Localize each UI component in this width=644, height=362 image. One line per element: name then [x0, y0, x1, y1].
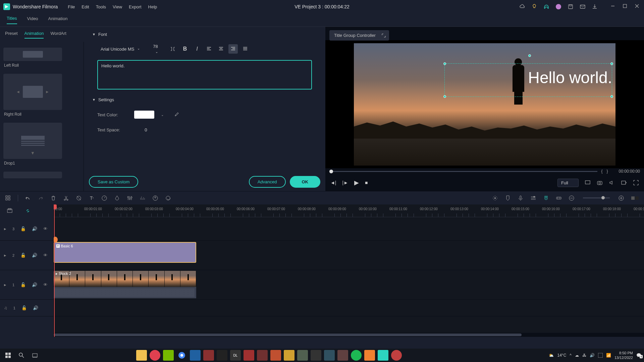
tray-onedrive-icon[interactable]: ☁ — [575, 353, 579, 358]
layout-icon[interactable] — [5, 195, 11, 201]
tray-volume-icon[interactable]: 🔊 — [590, 353, 595, 358]
volume-icon[interactable] — [609, 180, 615, 186]
menu-help[interactable]: Help — [148, 4, 157, 9]
track-a1[interactable] — [54, 300, 644, 316]
taskbar-app9[interactable] — [244, 350, 254, 361]
taskview-button[interactable] — [30, 350, 40, 361]
lock-icon[interactable]: 🔓 — [20, 226, 26, 231]
text-color-swatch[interactable] — [134, 111, 154, 119]
taskbar-app12[interactable] — [284, 350, 294, 361]
scrub-handle[interactable] — [329, 170, 333, 173]
playhead[interactable] — [54, 204, 55, 337]
title-group-controller[interactable]: Title Group Controller — [329, 30, 389, 41]
audio-icon[interactable] — [140, 195, 146, 201]
anim-item-drop1[interactable]: ▼ Drop1 — [3, 123, 80, 168]
download-icon[interactable] — [592, 4, 598, 10]
weather-temp[interactable]: 14°C — [557, 353, 566, 358]
title-clip[interactable]: TBasic 6 — [54, 242, 196, 263]
track-v2[interactable]: TBasic 6 — [54, 241, 644, 270]
taskbar-app13[interactable] — [297, 350, 308, 361]
preview-title-text[interactable]: Hello world. — [528, 68, 612, 87]
expand-icon[interactable] — [382, 34, 386, 38]
zoom-in-icon[interactable] — [618, 195, 624, 201]
tracks-manage-icon[interactable] — [7, 208, 13, 214]
mute-icon[interactable]: 🔊 — [33, 305, 38, 310]
track-header-a1[interactable]: ♫1 🔓 🔊 — [0, 300, 53, 316]
link-tracks-icon[interactable] — [25, 208, 31, 214]
menu-view[interactable]: View — [113, 4, 122, 9]
text-space-input[interactable] — [134, 125, 158, 134]
delete-icon[interactable] — [50, 195, 56, 201]
lock-icon[interactable]: 🔓 — [20, 282, 26, 287]
timeline-scrollbar[interactable] — [54, 333, 644, 337]
split-icon[interactable] — [63, 195, 69, 201]
tray-network-icon[interactable]: 🖧 — [582, 353, 586, 358]
anim-item-left-roll[interactable]: Left Roll — [3, 48, 80, 70]
taskbar-chrome[interactable] — [176, 350, 187, 361]
stop-button[interactable]: ■ — [365, 180, 368, 185]
zoom-fit-icon[interactable] — [631, 195, 639, 201]
zoom-out-icon[interactable] — [569, 195, 575, 201]
taskbar-app11[interactable] — [270, 350, 281, 361]
mute-icon[interactable]: 🔊 — [32, 253, 37, 258]
font-size-select[interactable]: 78 ⌄ — [145, 42, 165, 56]
italic-button[interactable]: I — [192, 44, 202, 54]
taskbar-app6[interactable] — [203, 350, 214, 361]
lightbulb-icon[interactable] — [531, 4, 537, 10]
preview-canvas[interactable]: Hello world. — [325, 40, 644, 168]
zoom-slider[interactable] — [583, 197, 610, 198]
chevron-down-icon[interactable]: ⌄ — [161, 113, 164, 117]
tab-titles[interactable]: Titles — [7, 16, 17, 24]
tray-chevron-icon[interactable]: ^ — [570, 353, 572, 358]
title-text-input[interactable] — [97, 60, 312, 89]
track-v1[interactable]: ▸ Stock 2 — [54, 270, 644, 300]
cloud-icon[interactable] — [519, 4, 525, 10]
visibility-icon[interactable]: 👁 — [43, 282, 48, 287]
mark-out-button[interactable]: } — [607, 169, 608, 174]
track-header-v3[interactable]: ▸3 🔓 🔊 👁 — [0, 217, 53, 241]
taskbar-app15[interactable] — [324, 350, 335, 361]
headphones-icon[interactable] — [543, 4, 549, 10]
font-section-header[interactable]: ▼ Font — [92, 32, 317, 37]
mail-icon[interactable] — [580, 4, 586, 10]
magnet-icon[interactable] — [543, 195, 549, 201]
taskbar-spotify[interactable] — [351, 350, 362, 361]
taskbar-vlc[interactable] — [364, 350, 375, 361]
search-button[interactable] — [16, 350, 27, 361]
align-center-button[interactable] — [216, 44, 226, 54]
taskbar-explorer[interactable] — [136, 350, 147, 361]
eyedropper-icon[interactable] — [174, 112, 179, 117]
undo-icon[interactable] — [25, 195, 31, 201]
fullscreen-icon[interactable] — [633, 180, 639, 186]
taskbar-opera[interactable] — [150, 350, 160, 361]
save-icon[interactable] — [568, 4, 574, 10]
lock-icon[interactable]: 🔓 — [21, 305, 27, 310]
align-left-button[interactable] — [204, 44, 214, 54]
redo-icon[interactable] — [38, 195, 44, 201]
link-icon[interactable] — [556, 195, 562, 201]
weather-icon[interactable]: ⛅ — [549, 353, 554, 358]
menu-tools[interactable]: Tools — [96, 4, 106, 9]
track-v3[interactable] — [54, 217, 644, 241]
track-header-v1[interactable]: ▸1 🔓 🔊 👁 — [0, 270, 53, 300]
taskbar-app8[interactable]: DL — [230, 350, 241, 361]
text-icon[interactable]: T+ — [89, 195, 95, 201]
taskbar-nvidia[interactable] — [163, 350, 174, 361]
align-justify-button[interactable] — [240, 44, 250, 54]
subtab-wordart[interactable]: WordArt — [50, 31, 66, 39]
tray-wifi-icon[interactable]: 📶 — [606, 353, 611, 358]
snapshot-icon[interactable] — [597, 180, 603, 186]
taskbar-filmora[interactable] — [378, 350, 388, 361]
mute-icon[interactable]: 🔊 — [32, 282, 37, 287]
video-clip[interactable]: ▸ Stock 2 — [54, 271, 196, 287]
track-header-v2[interactable]: ▸2 🔓 🔊 👁 — [0, 241, 53, 270]
subtab-animation[interactable]: Animation — [24, 31, 44, 39]
settings-section-header[interactable]: ▼ Settings — [92, 97, 317, 102]
timeline-ruler[interactable]: 00:0000:00:01:0000:00:02:0000:00:03:0000… — [54, 204, 644, 217]
menu-file[interactable]: File — [68, 4, 75, 9]
anim-item-next[interactable] — [3, 172, 80, 178]
adjust-icon[interactable] — [127, 195, 133, 201]
mixer-icon[interactable] — [530, 195, 536, 201]
notifications-icon[interactable]: 💬4 — [636, 353, 641, 358]
font-family-select[interactable]: Arial Unicode MS ⌄ — [97, 45, 143, 54]
